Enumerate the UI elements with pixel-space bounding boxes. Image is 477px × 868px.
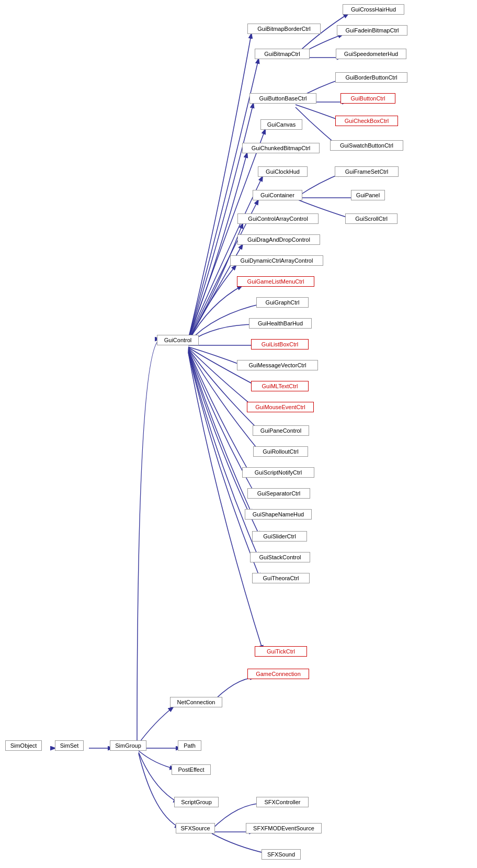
node-guidraganddrop[interactable]: GuiDragAndDropControl [237,234,320,245]
node-sfxsource[interactable]: SFXSource [176,823,215,833]
node-netconnection[interactable]: NetConnection [170,697,222,707]
node-guiseparatorctrl[interactable]: GuiSeparatorCtrl [247,488,310,499]
node-simobject[interactable]: SimObject [5,740,42,751]
node-path[interactable]: Path [178,740,201,751]
node-guicontrol[interactable]: GuiControl [157,335,199,345]
node-guimltextctrl[interactable]: GuiMLTextCtrl [251,381,309,391]
node-guiframesetctrl[interactable]: GuiFrameSetCtrl [335,166,399,177]
node-guipanecontrol[interactable]: GuiPaneControl [253,425,309,436]
node-guidynamicctrl[interactable]: GuiDynamicCtrlArrayControl [230,255,323,266]
node-guishapenamehud[interactable]: GuiShapeNameHud [245,509,312,520]
diagram-container: SimObject SimSet SimGroup GuiControl Net… [0,0,477,868]
node-scriptgroup[interactable]: ScriptGroup [174,797,219,807]
node-guipanel[interactable]: GuiPanel [351,190,385,200]
node-guirolloutctrl[interactable]: GuiRolloutCtrl [253,446,308,457]
node-guiswatchbtnctrl[interactable]: GuiSwatchButtonCtrl [330,140,403,151]
node-guimouseeventctrl[interactable]: GuiMouseEventCtrl [247,402,314,412]
node-guiscrollctrl[interactable]: GuiScrollCtrl [345,213,398,224]
node-guitheorectrl[interactable]: GuiTheoraCtrl [252,573,310,583]
arrows-svg [0,0,477,868]
node-guibuttonbasectrl[interactable]: GuiButtonBaseCtrl [249,93,316,104]
node-sfxfmodeventsource[interactable]: SFXFMODEventSource [246,823,322,833]
node-guicontrolarrctl[interactable]: GuiControlArrayControl [237,213,319,224]
node-gameconnection[interactable]: GameConnection [247,669,309,679]
node-guistackcontrol[interactable]: GuiStackControl [250,552,310,562]
node-sfxcontroller[interactable]: SFXController [256,797,309,807]
node-guicheckboxctrl[interactable]: GuiCheckBoxCtrl [335,116,398,126]
node-guisliderctrl[interactable]: GuiSliderCtrl [252,531,307,542]
node-guibitmapborderctrl[interactable]: GuiBitmapBorderCtrl [247,24,321,34]
node-guimessagevector[interactable]: GuiMessageVectorCtrl [237,360,318,370]
node-guibuttonctrl[interactable]: GuiButtonCtrl [340,93,395,104]
node-simset[interactable]: SimSet [55,740,84,751]
node-posteffect[interactable]: PostEffect [172,764,211,775]
node-guiclockhud[interactable]: GuiClockHud [258,166,308,177]
node-guibitmapctrl[interactable]: GuiBitmapCtrl [255,49,310,59]
node-guicrosshairhud[interactable]: GuiCrossHairHud [343,4,404,15]
node-guihealthbarhud[interactable]: GuiHealthBarHud [249,318,312,329]
node-guichunkedbitmapctrl[interactable]: GuiChunkedBitmapCtrl [242,143,320,153]
node-guicontainer[interactable]: GuiContainer [253,190,302,200]
node-guigraphctrl[interactable]: GuiGraphCtrl [256,297,309,308]
node-guicanvas[interactable]: GuiCanvas [260,119,302,130]
node-guigamelistmenuctrl[interactable]: GuiGameListMenuCtrl [237,276,314,287]
node-guitickctrl[interactable]: GuiTickCtrl [255,646,307,657]
node-sfxsound[interactable]: SFXSound [262,849,301,860]
node-guiscriptnotifyctrl[interactable]: GuiScriptNotifyCtrl [242,467,314,478]
node-guispeedhud[interactable]: GuiSpeedometerHud [336,49,406,59]
node-guiborderbtnctrl[interactable]: GuiBorderButtonCtrl [335,72,407,83]
node-guifadeinbitmapctrl[interactable]: GuiFadeinBitmapCtrl [337,25,407,36]
node-simgroup[interactable]: SimGroup [110,740,146,751]
node-guilistboxctrl[interactable]: GuiListBoxCtrl [251,339,309,350]
